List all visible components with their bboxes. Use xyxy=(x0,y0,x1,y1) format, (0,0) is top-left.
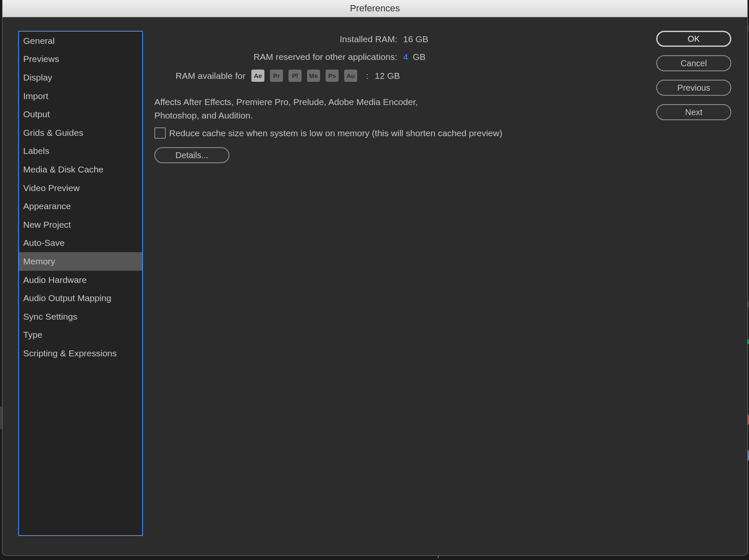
app-icon-pl: Pl xyxy=(288,70,302,82)
app-icon-au: Au xyxy=(344,70,357,82)
sidebar-item-audio-output-mapping[interactable]: Audio Output Mapping xyxy=(19,289,142,307)
app-icon-me: Me xyxy=(307,70,320,82)
category-sidebar: GeneralPreviewsDisplayImportOutputGrids … xyxy=(18,31,143,536)
dialog-content: GeneralPreviewsDisplayImportOutputGrids … xyxy=(3,17,747,555)
next-button[interactable]: Next xyxy=(656,104,731,120)
sidebar-item-media-disk-cache[interactable]: Media & Disk Cache xyxy=(19,160,142,179)
sidebar-item-type[interactable]: Type xyxy=(19,326,142,345)
sidebar-item-display[interactable]: Display xyxy=(19,68,142,87)
reduce-cache-checkbox[interactable] xyxy=(154,127,166,139)
details-button[interactable]: Details... xyxy=(154,147,229,163)
dialog-button-column: OK Cancel Previous Next xyxy=(656,31,731,120)
sidebar-item-labels[interactable]: Labels xyxy=(19,142,142,161)
sidebar-item-grids-guides[interactable]: Grids & Guides xyxy=(19,124,142,142)
app-icon-pr: Pr xyxy=(270,70,283,82)
reserved-ram-unit: GB xyxy=(413,52,426,62)
available-ram-label: RAM available for xyxy=(154,71,251,81)
separator: : xyxy=(362,71,370,81)
ok-button[interactable]: OK xyxy=(656,31,731,47)
affects-note: Affects After Effects, Premiere Pro, Pre… xyxy=(154,95,433,122)
sidebar-item-new-project[interactable]: New Project xyxy=(19,215,142,234)
app-icon-ps: Ps xyxy=(326,70,339,82)
sidebar-item-appearance[interactable]: Appearance xyxy=(19,197,142,215)
memory-panel: Installed RAM: 16 GB RAM reserved for ot… xyxy=(154,34,627,163)
sidebar-item-output[interactable]: Output xyxy=(19,105,142,124)
sidebar-item-scripting-expressions[interactable]: Scripting & Expressions xyxy=(19,344,142,363)
sidebar-item-video-preview[interactable]: Video Preview xyxy=(19,179,142,197)
window-title: Preferences xyxy=(3,0,747,17)
sidebar-item-import[interactable]: Import xyxy=(19,87,142,105)
reduce-cache-label: Reduce cache size when system is low on … xyxy=(169,128,502,138)
sidebar-item-previews[interactable]: Previews xyxy=(19,50,142,69)
cancel-button[interactable]: Cancel xyxy=(656,55,731,71)
app-icon-list: AePrPlMePsAu xyxy=(251,70,357,82)
installed-ram-value: 16 GB xyxy=(403,34,428,44)
preferences-dialog: Preferences GeneralPreviewsDisplayImport… xyxy=(2,0,748,556)
sidebar-item-general[interactable]: General xyxy=(19,32,142,50)
available-ram-value: 12 GB xyxy=(375,71,400,81)
sidebar-item-audio-hardware[interactable]: Audio Hardware xyxy=(19,271,142,289)
sidebar-item-auto-save[interactable]: Auto-Save xyxy=(19,234,142,253)
previous-button[interactable]: Previous xyxy=(656,80,731,96)
installed-ram-label: Installed RAM: xyxy=(154,34,403,44)
sidebar-item-memory[interactable]: Memory xyxy=(19,252,142,271)
reserved-ram-label: RAM reserved for other applications: xyxy=(154,52,403,62)
sidebar-item-sync-settings[interactable]: Sync Settings xyxy=(19,307,142,326)
app-icon-ae: Ae xyxy=(251,70,264,82)
reserved-ram-input[interactable]: 4 xyxy=(403,52,408,62)
